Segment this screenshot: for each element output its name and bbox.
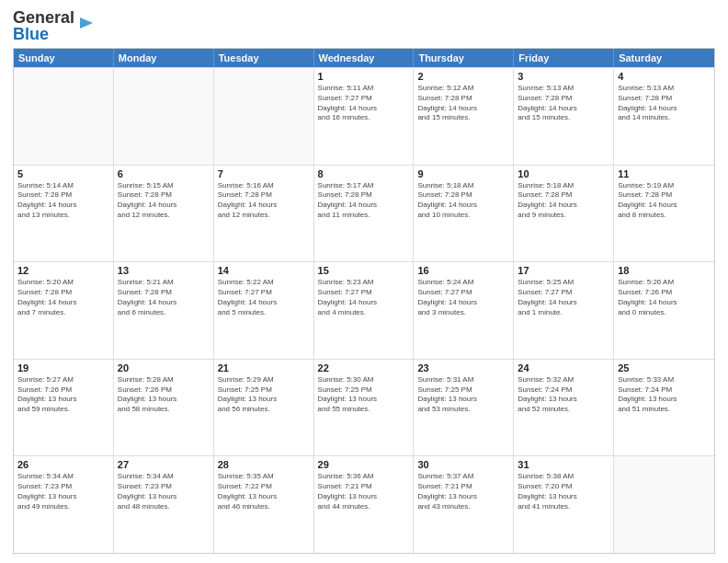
day-cell-23: 23Sunrise: 5:31 AM Sunset: 7:25 PM Dayli… (414, 360, 514, 456)
day-number: 20 (118, 362, 210, 373)
calendar-row-1: 5Sunrise: 5:14 AM Sunset: 7:28 PM Daylig… (14, 165, 714, 262)
day-cell-31: 31Sunrise: 5:38 AM Sunset: 7:20 PM Dayli… (514, 456, 614, 553)
day-info: Sunrise: 5:16 AM Sunset: 7:28 PM Dayligh… (218, 181, 310, 221)
day-number: 17 (518, 265, 609, 276)
day-info: Sunrise: 5:20 AM Sunset: 7:28 PM Dayligh… (17, 278, 109, 317)
day-info: Sunrise: 5:35 AM Sunset: 7:22 PM Dayligh… (218, 472, 310, 511)
day-number: 5 (17, 168, 109, 179)
day-number: 7 (218, 168, 310, 179)
day-number: 16 (417, 265, 509, 276)
day-info: Sunrise: 5:12 AM Sunset: 7:28 PM Dayligh… (417, 84, 509, 123)
header-day-friday: Friday (514, 49, 614, 67)
empty-cell (14, 68, 114, 165)
logo-general: General (13, 8, 74, 27)
header-day-wednesday: Wednesday (314, 49, 415, 67)
day-cell-11: 11Sunrise: 5:19 AM Sunset: 7:28 PM Dayli… (614, 166, 714, 262)
day-info: Sunrise: 5:33 AM Sunset: 7:24 PM Dayligh… (618, 375, 711, 415)
day-number: 19 (17, 362, 109, 373)
day-cell-16: 16Sunrise: 5:24 AM Sunset: 7:27 PM Dayli… (414, 262, 514, 359)
header-day-saturday: Saturday (614, 49, 714, 67)
day-cell-1: 1Sunrise: 5:11 AM Sunset: 7:27 PM Daylig… (314, 68, 415, 165)
day-cell-21: 21Sunrise: 5:29 AM Sunset: 7:25 PM Dayli… (214, 360, 314, 456)
day-info: Sunrise: 5:21 AM Sunset: 7:28 PM Dayligh… (118, 278, 210, 317)
day-cell-27: 27Sunrise: 5:34 AM Sunset: 7:23 PM Dayli… (114, 456, 214, 553)
day-cell-7: 7Sunrise: 5:16 AM Sunset: 7:28 PM Daylig… (214, 166, 314, 262)
day-number: 2 (417, 71, 509, 82)
day-cell-5: 5Sunrise: 5:14 AM Sunset: 7:28 PM Daylig… (14, 166, 114, 262)
empty-cell (114, 68, 214, 165)
calendar-body: 1Sunrise: 5:11 AM Sunset: 7:27 PM Daylig… (14, 67, 714, 553)
day-info: Sunrise: 5:31 AM Sunset: 7:25 PM Dayligh… (417, 375, 509, 415)
day-number: 31 (518, 459, 609, 470)
day-number: 8 (318, 168, 410, 179)
day-info: Sunrise: 5:26 AM Sunset: 7:26 PM Dayligh… (618, 278, 711, 317)
calendar-row-3: 19Sunrise: 5:27 AM Sunset: 7:26 PM Dayli… (14, 359, 714, 456)
logo-arrow-icon (78, 15, 95, 31)
day-cell-18: 18Sunrise: 5:26 AM Sunset: 7:26 PM Dayli… (614, 262, 714, 359)
day-number: 30 (417, 459, 509, 470)
day-number: 1 (318, 71, 410, 82)
day-info: Sunrise: 5:17 AM Sunset: 7:28 PM Dayligh… (318, 181, 410, 221)
day-cell-20: 20Sunrise: 5:28 AM Sunset: 7:26 PM Dayli… (114, 360, 214, 456)
day-info: Sunrise: 5:25 AM Sunset: 7:27 PM Dayligh… (518, 278, 609, 317)
day-info: Sunrise: 5:36 AM Sunset: 7:21 PM Dayligh… (318, 472, 410, 511)
calendar-page: General Blue SundayMondayTuesdayWednesda… (0, 0, 728, 563)
day-number: 11 (618, 168, 711, 179)
day-cell-25: 25Sunrise: 5:33 AM Sunset: 7:24 PM Dayli… (614, 360, 714, 456)
day-number: 22 (318, 362, 410, 373)
day-cell-8: 8Sunrise: 5:17 AM Sunset: 7:28 PM Daylig… (314, 166, 415, 262)
day-info: Sunrise: 5:38 AM Sunset: 7:20 PM Dayligh… (518, 472, 609, 511)
day-cell-14: 14Sunrise: 5:22 AM Sunset: 7:27 PM Dayli… (214, 262, 314, 359)
day-number: 13 (118, 265, 210, 276)
logo: General Blue (13, 9, 95, 42)
day-cell-30: 30Sunrise: 5:37 AM Sunset: 7:21 PM Dayli… (414, 456, 514, 553)
day-number: 10 (518, 168, 609, 179)
day-info: Sunrise: 5:34 AM Sunset: 7:23 PM Dayligh… (17, 472, 109, 511)
day-cell-26: 26Sunrise: 5:34 AM Sunset: 7:23 PM Dayli… (14, 456, 114, 553)
day-cell-17: 17Sunrise: 5:25 AM Sunset: 7:27 PM Dayli… (514, 262, 614, 359)
day-info: Sunrise: 5:14 AM Sunset: 7:28 PM Dayligh… (17, 181, 109, 221)
day-number: 6 (118, 168, 210, 179)
day-info: Sunrise: 5:22 AM Sunset: 7:27 PM Dayligh… (218, 278, 310, 317)
logo-blue: Blue (13, 25, 49, 43)
day-number: 27 (118, 459, 210, 470)
day-info: Sunrise: 5:28 AM Sunset: 7:26 PM Dayligh… (118, 375, 210, 415)
day-cell-9: 9Sunrise: 5:18 AM Sunset: 7:28 PM Daylig… (414, 166, 514, 262)
day-number: 4 (618, 71, 711, 82)
header-day-sunday: Sunday (14, 49, 114, 67)
day-cell-2: 2Sunrise: 5:12 AM Sunset: 7:28 PM Daylig… (414, 68, 514, 165)
day-cell-6: 6Sunrise: 5:15 AM Sunset: 7:28 PM Daylig… (114, 166, 214, 262)
day-info: Sunrise: 5:29 AM Sunset: 7:25 PM Dayligh… (218, 375, 310, 415)
calendar-row-2: 12Sunrise: 5:20 AM Sunset: 7:28 PM Dayli… (14, 261, 714, 359)
day-info: Sunrise: 5:13 AM Sunset: 7:28 PM Dayligh… (618, 84, 711, 123)
day-number: 26 (17, 459, 109, 470)
day-info: Sunrise: 5:27 AM Sunset: 7:26 PM Dayligh… (17, 375, 109, 415)
logo-text: General Blue (13, 9, 74, 42)
day-number: 21 (218, 362, 310, 373)
empty-cell (214, 68, 314, 165)
day-cell-24: 24Sunrise: 5:32 AM Sunset: 7:24 PM Dayli… (514, 360, 614, 456)
day-info: Sunrise: 5:23 AM Sunset: 7:27 PM Dayligh… (318, 278, 410, 317)
day-cell-10: 10Sunrise: 5:18 AM Sunset: 7:28 PM Dayli… (514, 166, 614, 262)
day-number: 23 (417, 362, 509, 373)
day-number: 12 (17, 265, 109, 276)
calendar-header: SundayMondayTuesdayWednesdayThursdayFrid… (14, 49, 714, 67)
day-cell-15: 15Sunrise: 5:23 AM Sunset: 7:27 PM Dayli… (314, 262, 415, 359)
day-cell-29: 29Sunrise: 5:36 AM Sunset: 7:21 PM Dayli… (314, 456, 415, 553)
header-day-monday: Monday (114, 49, 214, 67)
day-info: Sunrise: 5:37 AM Sunset: 7:21 PM Dayligh… (417, 472, 509, 511)
day-info: Sunrise: 5:15 AM Sunset: 7:28 PM Dayligh… (118, 181, 210, 221)
day-number: 18 (618, 265, 711, 276)
day-number: 9 (417, 168, 509, 179)
day-info: Sunrise: 5:32 AM Sunset: 7:24 PM Dayligh… (518, 375, 609, 415)
day-number: 15 (318, 265, 410, 276)
day-number: 14 (218, 265, 310, 276)
day-info: Sunrise: 5:18 AM Sunset: 7:28 PM Dayligh… (518, 181, 609, 221)
header-day-tuesday: Tuesday (214, 49, 314, 67)
empty-cell (614, 456, 714, 553)
calendar: SundayMondayTuesdayWednesdayThursdayFrid… (13, 48, 715, 554)
day-cell-28: 28Sunrise: 5:35 AM Sunset: 7:22 PM Dayli… (214, 456, 314, 553)
day-cell-13: 13Sunrise: 5:21 AM Sunset: 7:28 PM Dayli… (114, 262, 214, 359)
day-info: Sunrise: 5:13 AM Sunset: 7:28 PM Dayligh… (518, 84, 609, 123)
day-cell-12: 12Sunrise: 5:20 AM Sunset: 7:28 PM Dayli… (14, 262, 114, 359)
